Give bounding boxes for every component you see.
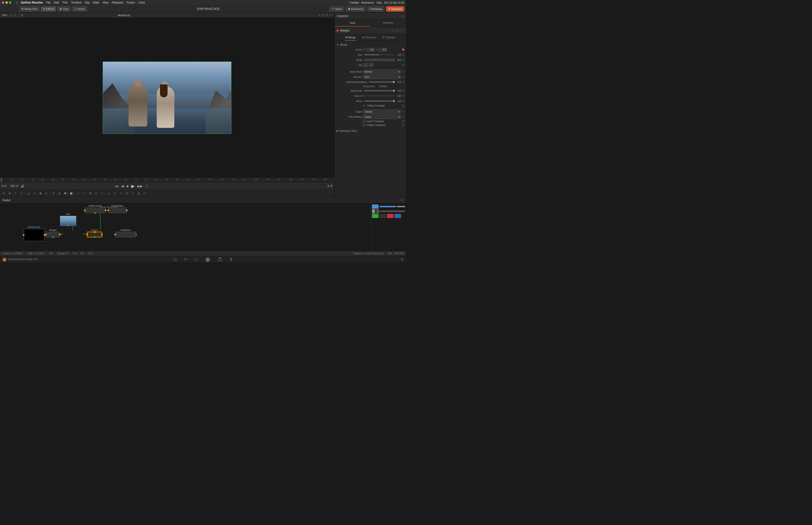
nodes-more-icon[interactable]: ••• (401, 198, 404, 202)
tool-curve[interactable]: ∿ (76, 191, 81, 196)
metadata-button[interactable]: ℹ Metadata (367, 6, 384, 12)
dock-fairlight-icon[interactable]: 🎵 (217, 257, 222, 262)
tool-3d-6[interactable]: ◈ (136, 191, 141, 196)
tool-paint[interactable]: 🖌 (26, 191, 31, 196)
blend-slider[interactable] (364, 101, 395, 102)
viewer-settings-icon[interactable]: ⚙ (322, 14, 324, 17)
tool-eraser[interactable]: ◻ (44, 191, 49, 196)
alpha-gain-slider[interactable] (364, 90, 395, 91)
burn-in-keyframe[interactable] (402, 94, 404, 97)
viewer-grid-icon[interactable]: ⊞ (326, 14, 328, 17)
background1-node[interactable] (24, 229, 45, 241)
menu-color[interactable]: Color (138, 1, 145, 4)
node-dropdown-icon[interactable]: ▾ (389, 29, 390, 32)
tool-color[interactable]: ◈ (57, 191, 62, 196)
menu-workspace[interactable]: Workspace (361, 1, 374, 4)
sky-node[interactable] (60, 216, 76, 226)
loop-button[interactable]: ↻ (145, 184, 148, 188)
subtab-merge[interactable]: ⊞ Merge (344, 34, 357, 41)
size-slider[interactable] (364, 54, 395, 55)
spline-button[interactable]: 〜 Spline (330, 6, 344, 12)
subtab-settings[interactable]: ⚙ Settings (382, 34, 396, 41)
alpha-gain-keyframe[interactable] (402, 89, 404, 92)
node-close-icon[interactable]: × (403, 29, 404, 32)
play-button[interactable]: ▶ (131, 183, 135, 189)
menu-fusion[interactable]: Fusion (127, 1, 135, 4)
viewer-timeline[interactable]: 510152025 3035404550 5560657075 80859095… (0, 177, 334, 182)
tool-fx[interactable]: ✦ (99, 191, 105, 196)
dock-color-icon[interactable]: ⬤ (205, 257, 210, 262)
tool-3d-3[interactable]: T (118, 191, 124, 196)
center-x-input[interactable] (366, 48, 375, 51)
section-merge-header[interactable]: ▼ Merge (335, 42, 406, 47)
center-keyframe[interactable] (402, 48, 404, 51)
clamp-keyframe[interactable] (402, 104, 404, 107)
menu-view[interactable]: View (103, 1, 109, 4)
zoom-level[interactable]: 70% (2, 14, 7, 17)
merge2-node[interactable] (46, 232, 60, 237)
apply-mode-keyframe[interactable] (402, 70, 404, 73)
tool-select[interactable]: ⊡ (1, 191, 6, 196)
stop-button[interactable]: ■ (127, 184, 128, 188)
menu-playback[interactable]: Playback (112, 1, 123, 4)
menu-clip[interactable]: Clip (85, 1, 90, 4)
tool-3d-4[interactable]: ◎ (124, 191, 130, 196)
menu-edit[interactable]: Edit (54, 1, 59, 4)
tool-blur[interactable]: ⬡ (93, 191, 99, 196)
edges-dropdown[interactable]: Canvas ▾ (363, 109, 401, 114)
flatten-keyframe[interactable] (402, 124, 404, 126)
invert-checkbox[interactable] (363, 120, 366, 123)
apply-mode-dropdown[interactable]: Normal ▾ (363, 70, 401, 74)
sub-add-keyframe[interactable] (402, 80, 404, 83)
tab-modifiers[interactable]: Modifiers (370, 19, 406, 27)
mattecontrol1-node[interactable] (85, 208, 106, 213)
filter-method-dropdown[interactable]: Linear ▾ (363, 115, 401, 119)
tool-fill[interactable]: ⬤ (68, 191, 74, 196)
tool-3d-1[interactable]: ▷ (106, 191, 112, 196)
tool-3d-7[interactable]: ⬡ (142, 191, 147, 196)
viewer-more-icon[interactable]: ••• (330, 14, 332, 17)
viewer-options-icon[interactable]: ⊞ (319, 14, 321, 17)
keyframes-button[interactable]: ◆ Keyframes (346, 6, 366, 12)
tool-pen[interactable]: ✏ (18, 191, 24, 196)
nodes-canvas[interactable]: Background1 Merge2 (0, 204, 406, 251)
inspector-button[interactable]: ✗ Inspector (386, 6, 404, 12)
section-reference-header[interactable]: ▶ Reference Size (335, 128, 406, 133)
effects-button[interactable]: ✦ Effects (41, 6, 56, 12)
tool-text[interactable]: T (13, 191, 18, 196)
tool-shape[interactable]: ⬟ (62, 191, 68, 196)
tool-warp[interactable]: ⌖ (81, 191, 87, 196)
menu-fairlight[interactable]: Fairlight (350, 1, 359, 4)
sub-add-slider[interactable] (369, 81, 395, 82)
subtab-channels[interactable]: ◈ Channels (361, 34, 377, 41)
menu-file[interactable]: File (46, 1, 50, 4)
dock-settings-icon[interactable]: ⚙ (401, 258, 404, 261)
inspector-content[interactable]: ▼ Merge Center X Y Size (335, 41, 406, 197)
menu-trim[interactable]: Trim (62, 1, 68, 4)
burn-in-slider[interactable] (367, 95, 395, 96)
media-pool-button[interactable]: ⊞ Media Pool (19, 6, 40, 12)
dock-deliver-icon[interactable]: ⬆ (229, 257, 233, 262)
flip-keyframe[interactable] (402, 64, 404, 66)
operator-dropdown[interactable]: Over ▾ (363, 75, 401, 79)
invert-keyframe[interactable] (402, 120, 404, 122)
size-keyframe[interactable] (402, 53, 404, 56)
maximize-button[interactable] (9, 1, 11, 4)
tool-mask[interactable]: ◉ (37, 191, 43, 196)
tool-grid[interactable]: ⊞ (88, 191, 93, 196)
flatten-checkbox[interactable] (363, 124, 366, 126)
nodes-button[interactable]: ⬡ Nodes (72, 6, 87, 12)
step-forward-button[interactable]: ▶▶ (137, 184, 143, 188)
tab-tools[interactable]: Tools (335, 19, 370, 27)
operator-keyframe[interactable] (402, 75, 404, 78)
merge1-node[interactable] (87, 232, 102, 237)
dock-cut-icon[interactable]: ✂ (184, 257, 187, 262)
angle-slider[interactable] (364, 59, 395, 61)
menu-mark[interactable]: Mark (93, 1, 99, 4)
menu-help[interactable]: Help (377, 1, 382, 4)
blend-keyframe[interactable] (402, 100, 404, 102)
close-button[interactable] (2, 1, 4, 4)
center-y-input[interactable] (378, 48, 387, 51)
clips-button[interactable]: ▤ Clips (57, 6, 71, 12)
tool-clone[interactable]: ⬡ (32, 191, 37, 196)
